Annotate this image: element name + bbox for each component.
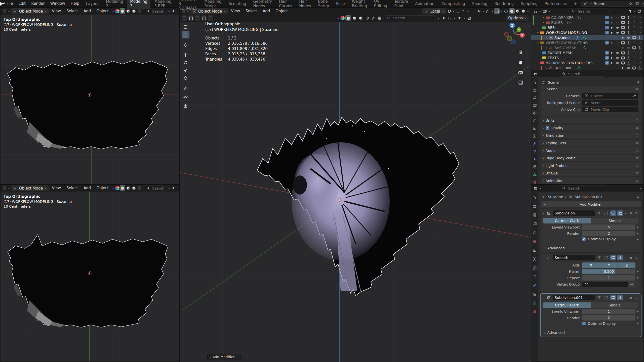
exclude-checkbox[interactable] <box>605 41 609 44</box>
expand-icon[interactable] <box>541 21 545 25</box>
hide-eye-icon[interactable] <box>615 56 620 60</box>
exclude-checkbox[interactable] <box>605 26 609 29</box>
selectable-icon[interactable] <box>610 20 614 25</box>
collection-name[interactable]: COLORPIKER <box>551 16 574 20</box>
selectable-icon[interactable] <box>621 35 625 40</box>
header-options-chevron-icon[interactable] <box>639 71 642 76</box>
show-on-cage-icon[interactable] <box>603 295 609 300</box>
optimal-display-toggle[interactable]: Optimal Display <box>582 237 616 241</box>
holdout-icon[interactable] <box>632 51 636 55</box>
tab-collection[interactable] <box>532 247 538 253</box>
selectable-icon[interactable] <box>610 56 614 60</box>
workspace-tab-scripting[interactable]: Scripting <box>517 1 541 7</box>
drag-grip-icon[interactable] <box>634 172 639 174</box>
drag-grip-icon[interactable] <box>634 157 639 159</box>
properties-editor-icon[interactable] <box>533 71 538 76</box>
tab-tool[interactable] <box>532 195 538 200</box>
search-chevron-icon[interactable] <box>437 16 440 21</box>
outliner-row-colorpiker[interactable]: COLORPIKER 2 ↗ <box>531 15 643 20</box>
indirect-only-icon[interactable]: ↗ <box>637 20 642 25</box>
viewport-bottom-left[interactable]: Object Mode View Select Add Object Searc… <box>1 185 179 361</box>
show-in-editmode-icon[interactable] <box>596 295 602 300</box>
show-in-render-icon[interactable] <box>617 210 623 216</box>
subdivision-type-segment[interactable]: Catmull-Clark Simple <box>543 218 638 223</box>
drag-grip-icon[interactable] <box>634 88 639 90</box>
viewport-visibility-icon[interactable] <box>621 61 625 65</box>
close-icon[interactable] <box>628 211 633 216</box>
modifier-header[interactable]: Subdivision <box>541 209 641 217</box>
editor-chevron-icon[interactable] <box>539 186 542 191</box>
indirect-only-icon[interactable]: ↗ <box>637 61 642 65</box>
tab-material[interactable] <box>532 309 538 314</box>
tab-render[interactable] <box>532 88 538 93</box>
breadcrumb-modifier[interactable]: Subdivision.001 <box>575 195 603 199</box>
tab-render[interactable] <box>532 203 538 209</box>
selectable-icon[interactable] <box>610 30 614 35</box>
tool-3d-cursor[interactable] <box>182 41 189 49</box>
header-search-input[interactable]: Search <box>143 9 167 14</box>
tab-collection[interactable] <box>532 126 538 131</box>
extras-chevron-icon[interactable] <box>624 211 627 216</box>
selectable-icon[interactable] <box>610 61 614 65</box>
mode-dropdown[interactable]: Object Mode <box>11 185 49 191</box>
by-gen-panel[interactable]: BY-GEN <box>541 170 641 176</box>
workspace-tab-modeling-3[interactable]: Modeling 3 <box>127 0 150 9</box>
viewport-visibility-icon[interactable] <box>632 35 636 40</box>
expand-icon[interactable] <box>541 16 545 20</box>
collapse-chevron-icon[interactable] <box>542 295 545 300</box>
filter-chevron-icon[interactable] <box>633 9 636 14</box>
modifier-header[interactable]: Smooth <box>541 254 641 261</box>
hide-eye-icon[interactable] <box>615 25 620 30</box>
tab-view-layer[interactable] <box>532 221 538 227</box>
viewport-visibility-icon[interactable] <box>621 15 625 20</box>
outliner-row-modifiers-controllers[interactable]: MODIFIERS-CONTROLLERS ↗ <box>531 60 643 65</box>
selectable-icon[interactable] <box>610 51 614 55</box>
camera-field[interactable]: Object <box>582 93 638 99</box>
outliner-row-export-mesh[interactable]: EXPORT-MESH ↗ <box>531 50 643 55</box>
indirect-only-icon[interactable]: ↗ <box>637 30 642 35</box>
shading-popover-chevron-icon[interactable] <box>337 16 340 21</box>
viewport-search-input[interactable]: Search <box>383 15 436 21</box>
show-in-render-icon[interactable] <box>617 255 623 260</box>
workspace-tab-weight-painting[interactable]: Weight Painting <box>349 0 370 9</box>
simple-button[interactable]: Simple <box>591 302 638 308</box>
decorator-dot[interactable] <box>637 233 638 234</box>
xray-toggle-icon[interactable] <box>494 9 500 14</box>
collection-name[interactable]: RULER <box>551 21 563 25</box>
render-visibility-icon[interactable] <box>626 40 631 45</box>
filter-funnel-icon[interactable] <box>628 9 633 14</box>
hide-eye-icon[interactable] <box>615 51 620 55</box>
drag-grip-icon[interactable] <box>634 142 639 144</box>
shading-material-icon[interactable] <box>126 186 131 191</box>
exclude-checkbox[interactable] <box>605 16 609 19</box>
display-mode-icon[interactable] <box>542 9 547 14</box>
shading-rendered-icon[interactable] <box>131 9 137 14</box>
snap-magnet-icon[interactable] <box>447 9 452 14</box>
keying-sets-panel[interactable]: Keying Sets <box>541 140 641 146</box>
simple-button[interactable]: Simple <box>591 218 638 223</box>
navigation-gizmo[interactable]: Z Y X <box>503 22 527 46</box>
selectable-icon[interactable] <box>621 66 625 70</box>
editor-chevron-icon[interactable] <box>539 9 541 14</box>
options-dropdown[interactable]: Options <box>506 15 529 21</box>
workspace-tab-animation[interactable]: Animation <box>412 1 437 7</box>
add-workspace-button[interactable]: + <box>571 1 580 7</box>
modifier-name-field[interactable]: Subdivision.001 <box>553 295 595 300</box>
holdout-icon[interactable] <box>632 61 636 65</box>
active-clip-field[interactable]: Movie Clip <box>582 107 638 112</box>
tool-move[interactable] <box>182 51 189 59</box>
hide-eye-icon[interactable] <box>626 66 631 70</box>
modifier-name-field[interactable]: Subdivision <box>553 210 595 216</box>
workspace-tab-hair-curves[interactable]: Hair Curves <box>276 0 295 9</box>
sidebar-expand-arrow[interactable]: ‹ <box>528 23 530 28</box>
solid-display-icon[interactable] <box>346 16 351 21</box>
rigid-body-world-panel[interactable]: Rigid Body World <box>541 155 641 161</box>
viewport-visibility-icon[interactable] <box>621 20 625 25</box>
workspace-tab-hair-nodes[interactable]: Hair Nodes <box>296 0 314 9</box>
show-in-viewport-icon[interactable] <box>610 255 616 260</box>
tab-constraints[interactable] <box>532 291 538 297</box>
workspace-tab-modeling-2[interactable]: Modeling 2 <box>103 0 126 9</box>
render-levels-field[interactable]: 2 <box>582 315 635 321</box>
tab-modifiers[interactable] <box>532 142 538 146</box>
object-name[interactable]: Suzanne <box>554 36 570 40</box>
